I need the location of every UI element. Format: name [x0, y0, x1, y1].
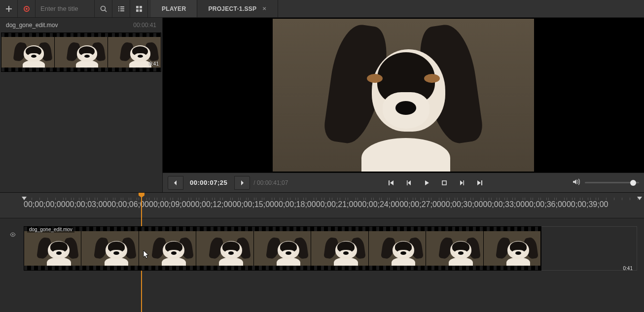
timecode-current: 00:00:07;25 — [183, 179, 234, 186]
tab-bar: PLAYER PROJECT-1.SSP ✕ — [151, 0, 278, 17]
go-start-button[interactable] — [387, 178, 395, 187]
title-input[interactable] — [36, 0, 94, 17]
clip-duration: 00:00:41 — [133, 22, 156, 29]
tab-label: PLAYER — [162, 5, 186, 12]
volume-icon[interactable] — [572, 178, 580, 188]
play-button[interactable] — [422, 178, 431, 187]
add-button[interactable] — [0, 0, 18, 17]
svg-rect-9 — [120, 10, 124, 11]
stop-button[interactable] — [440, 178, 449, 187]
bin-clip-header[interactable]: dog_gone_edit.mov 00:00:41 — [0, 18, 162, 33]
in-marker-icon[interactable] — [22, 197, 27, 200]
track-area: dog_gone_edit.mov 0:41 — [0, 218, 644, 271]
svg-rect-7 — [120, 8, 124, 9]
clip-name: dog_gone_edit.mov — [6, 22, 58, 29]
svg-rect-14 — [442, 181, 446, 185]
video-stage[interactable] — [163, 18, 644, 173]
volume-slider[interactable] — [585, 182, 639, 183]
tab-player[interactable]: PLAYER — [151, 0, 197, 17]
record-button[interactable] — [18, 0, 36, 17]
timecode-total: / 00:00:41;07 — [250, 179, 288, 186]
close-icon[interactable]: ✕ — [262, 6, 266, 11]
svg-line-3 — [105, 10, 107, 12]
time-ruler[interactable]: 00;00;00;0000;00;03;0000;00;06;0000;00;0… — [0, 193, 644, 218]
svg-rect-5 — [120, 6, 124, 7]
ruler-label: 00;00;39;00 — [567, 200, 642, 209]
video-preview — [273, 19, 534, 172]
step-forward-button[interactable] — [458, 178, 466, 187]
clip-label: dog_gone_edit.mov — [27, 227, 74, 233]
title-field-wrap — [36, 0, 95, 17]
clip-duration-badge: 0:41 — [623, 266, 633, 271]
tab-label: PROJECT-1.SSP — [208, 5, 256, 12]
volume-control — [572, 178, 639, 188]
out-marker-icon[interactable] — [637, 197, 642, 200]
svg-point-15 — [12, 234, 14, 236]
grid-view-button[interactable] — [130, 0, 148, 17]
svg-rect-10 — [136, 6, 139, 8]
svg-rect-4 — [118, 6, 119, 7]
mouse-cursor-icon — [143, 250, 150, 260]
top-toolbar: PLAYER PROJECT-1.SSP ✕ — [0, 0, 644, 18]
svg-rect-6 — [118, 8, 119, 9]
bin-filmstrip[interactable]: 0:41 — [1, 33, 161, 72]
list-view-button[interactable] — [112, 0, 130, 17]
next-frame-button[interactable] — [234, 176, 250, 190]
search-button[interactable] — [95, 0, 112, 17]
player-panel: ⤢ 00:00:07;25 / 00:00:41;07 — [163, 18, 644, 192]
step-back-button[interactable] — [404, 178, 413, 187]
svg-point-1 — [26, 8, 28, 10]
transport-controls — [387, 178, 484, 187]
track-visibility-toggle[interactable] — [9, 231, 17, 239]
svg-rect-12 — [136, 9, 139, 12]
svg-rect-8 — [118, 10, 119, 11]
svg-rect-13 — [140, 9, 142, 12]
svg-point-2 — [101, 6, 105, 10]
thumb-duration-badge: 0:41 — [149, 61, 159, 67]
player-controls: 00:00:07;25 / 00:00:41;07 — [163, 173, 644, 192]
svg-rect-11 — [140, 6, 142, 8]
media-bin: dog_gone_edit.mov 00:00:41 0:41 — [0, 18, 163, 192]
tab-project[interactable]: PROJECT-1.SSP ✕ — [197, 0, 278, 17]
prev-frame-button[interactable] — [168, 176, 183, 190]
timeline-clip[interactable]: dog_gone_edit.mov 0:41 — [24, 226, 541, 271]
timeline-panel: 00;00;00;0000;00;03;0000;00;06;0000;00;0… — [0, 192, 644, 312]
volume-thumb[interactable] — [630, 180, 636, 186]
go-end-button[interactable] — [475, 178, 484, 187]
